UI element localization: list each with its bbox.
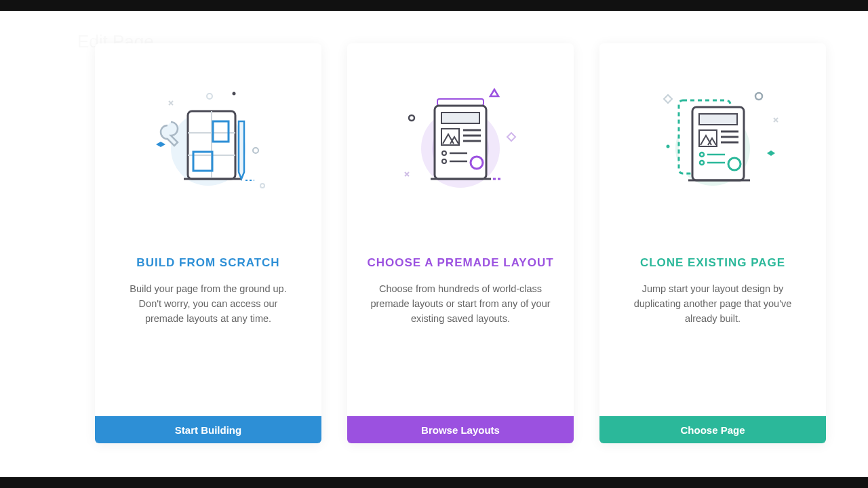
svg-marker-8 [156, 142, 165, 147]
card-desc: Build your page from the ground up. Don'… [95, 270, 321, 416]
svg-point-11 [233, 92, 236, 96]
letterbox-top [0, 0, 868, 11]
card-title: CHOOSE A PREMADE LAYOUT [347, 256, 574, 270]
svg-marker-49 [767, 150, 775, 156]
card-title: BUILD FROM SCRATCH [95, 256, 321, 270]
svg-point-10 [260, 184, 264, 188]
card-build-from-scratch[interactable]: BUILD FROM SCRATCH Build your page from … [95, 43, 321, 443]
start-building-button[interactable]: Start Building [95, 416, 321, 443]
svg-marker-29 [490, 89, 498, 96]
choice-overlay: BUILD FROM SCRATCH Build your page from … [62, 11, 868, 477]
svg-point-12 [207, 94, 212, 99]
illustration-build [95, 43, 321, 247]
card-desc: Choose from hundreds of world-class prem… [347, 270, 574, 416]
svg-point-30 [409, 115, 414, 121]
card-row: BUILD FROM SCRATCH Build your page from … [62, 43, 868, 443]
browse-layouts-button[interactable]: Browse Layouts [347, 416, 574, 443]
svg-rect-18 [441, 113, 479, 123]
illustration-premade [347, 43, 574, 247]
card-desc: Jump start your layout design by duplica… [599, 270, 826, 416]
card-clone-page[interactable]: CLONE EXISTING PAGE Jump start your layo… [599, 43, 826, 443]
letterbox-bottom [0, 477, 868, 488]
illustration-clone [599, 43, 826, 247]
svg-point-50 [667, 145, 670, 148]
svg-rect-36 [699, 114, 737, 125]
card-premade-layout[interactable]: CHOOSE A PREMADE LAYOUT Choose from hund… [347, 43, 574, 443]
choose-page-button[interactable]: Choose Page [599, 416, 826, 443]
svg-point-48 [755, 93, 762, 100]
card-title: CLONE EXISTING PAGE [599, 256, 826, 270]
svg-point-9 [253, 148, 258, 153]
svg-marker-31 [507, 133, 515, 141]
svg-marker-47 [664, 95, 672, 103]
